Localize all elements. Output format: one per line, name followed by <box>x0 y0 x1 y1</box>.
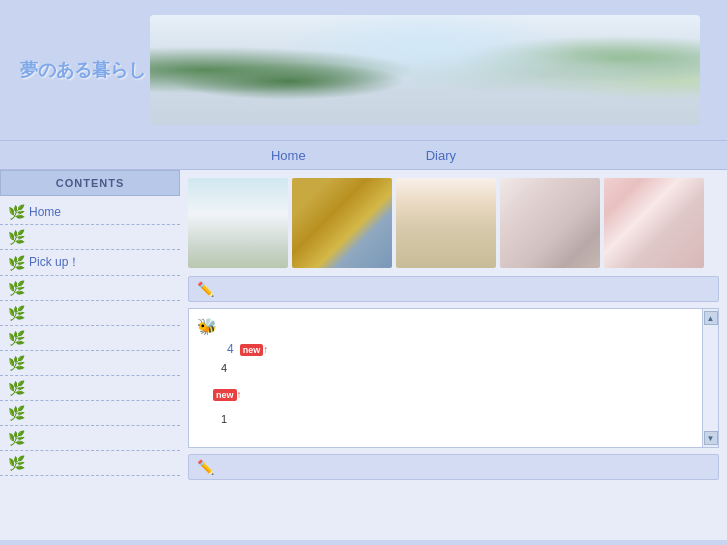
arrow-icon-5: 🌿 <box>8 305 25 321</box>
content-indent-3: 1 <box>221 413 690 425</box>
scroll-up-btn[interactable]: ▲ <box>704 311 718 325</box>
arrow-icon: 🌿 <box>8 204 25 220</box>
content-indent-2: new↑ <box>213 388 690 401</box>
banner-image-inner <box>150 15 700 125</box>
arrow-icon-2: 🌿 <box>8 229 25 245</box>
indent-num-1: 4 <box>221 362 227 374</box>
arrow-icon-6: 🌿 <box>8 330 25 346</box>
sidebar-item-8: 🌿 <box>0 376 180 401</box>
scroll-down-btn[interactable]: ▼ <box>704 431 718 445</box>
thumbnail-1 <box>188 178 288 268</box>
arrow-icon-3: 🌿 <box>8 255 25 271</box>
thumbnail-4 <box>500 178 600 268</box>
sidebar-home-link[interactable]: Home <box>29 205 61 219</box>
sidebar-item-pickup[interactable]: 🌿 Pick up！ <box>0 250 180 276</box>
scrollbar[interactable]: ▲ ▼ <box>702 309 718 447</box>
sidebar-item-5: 🌿 <box>0 301 180 326</box>
new-badge-1: new↑ <box>240 343 269 356</box>
content-box: ▲ ▼ 🐝 4 new↑ 4 new↑ <box>188 308 719 448</box>
arrow-icon-7: 🌿 <box>8 355 25 371</box>
sidebar-item-9: 🌿 <box>0 401 180 426</box>
thumbnail-2 <box>292 178 392 268</box>
sidebar-item-home[interactable]: 🌿 Home <box>0 200 180 225</box>
arrow-icon-4: 🌿 <box>8 280 25 296</box>
image-strip <box>188 178 719 268</box>
sidebar: CONTENTS 🌿 Home 🌿 🌿 Pick up！ 🌿 🌿 🌿 🌿 🌿 � <box>0 170 180 540</box>
content-row-1: 🐝 <box>197 317 690 336</box>
nav-diary[interactable]: Diary <box>426 148 456 163</box>
content-inner: 🐝 4 new↑ 4 new↑ 1 <box>197 317 710 425</box>
top-banner: 夢のある暮らし <box>0 0 727 140</box>
thumbnail-5 <box>604 178 704 268</box>
nav-bar: Home Diary <box>0 140 727 170</box>
pencil-icon-top: ✏️ <box>197 281 214 297</box>
edit-bar-top[interactable]: ✏️ <box>188 276 719 302</box>
content-indent-1: 4 <box>221 362 690 374</box>
spacer <box>197 378 690 388</box>
nav-home[interactable]: Home <box>271 148 306 163</box>
pencil-icon-bottom: ✏️ <box>197 459 214 475</box>
sidebar-item-2: 🌿 <box>0 225 180 250</box>
bee-icon: 🐝 <box>197 317 217 336</box>
sidebar-pickup-link[interactable]: Pick up！ <box>29 254 80 271</box>
sidebar-item-10: 🌿 <box>0 426 180 451</box>
contents-header: CONTENTS <box>0 170 180 196</box>
arrow-icon-10: 🌿 <box>8 430 25 446</box>
sidebar-item-7: 🌿 <box>0 351 180 376</box>
thumbnail-3 <box>396 178 496 268</box>
arrow-icon-8: 🌿 <box>8 380 25 396</box>
sidebar-item-6: 🌿 <box>0 326 180 351</box>
arrow-icon-9: 🌿 <box>8 405 25 421</box>
spacer2 <box>197 405 690 413</box>
main-layout: CONTENTS 🌿 Home 🌿 🌿 Pick up！ 🌿 🌿 🌿 🌿 🌿 � <box>0 170 727 540</box>
content-area: ✏️ ▲ ▼ 🐝 4 new↑ 4 <box>180 170 727 540</box>
site-title: 夢のある暮らし <box>20 58 146 82</box>
sidebar-item-11: 🌿 <box>0 451 180 476</box>
new-badge-2: new <box>213 389 237 401</box>
sidebar-item-4: 🌿 <box>0 276 180 301</box>
edit-bar-bottom[interactable]: ✏️ <box>188 454 719 480</box>
content-row-2: 4 new↑ <box>197 342 690 356</box>
num-4-label: 4 <box>227 342 234 356</box>
arrow-icon-11: 🌿 <box>8 455 25 471</box>
banner-image <box>150 15 700 125</box>
num-1: 1 <box>221 413 227 425</box>
